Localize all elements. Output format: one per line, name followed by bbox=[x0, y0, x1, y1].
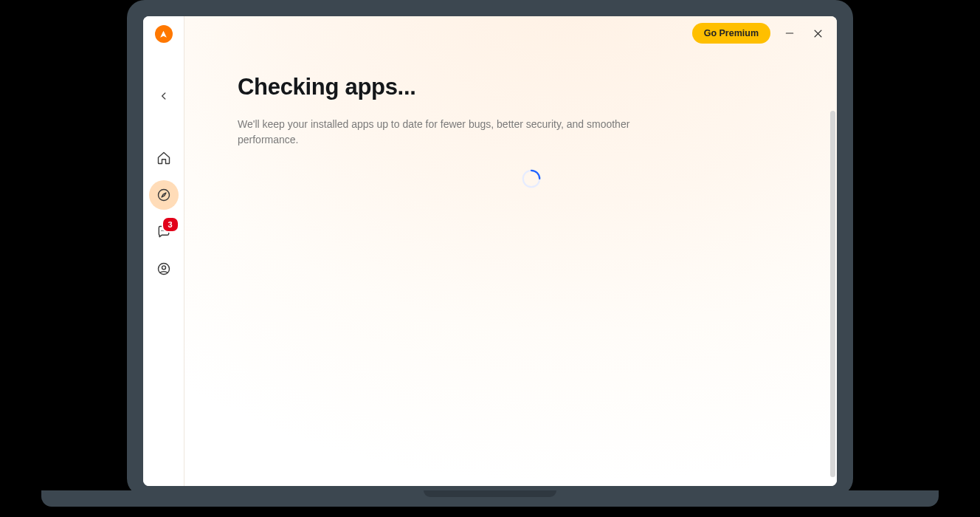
loading-spinner bbox=[521, 168, 542, 189]
app-logo[interactable] bbox=[155, 25, 173, 43]
laptop-frame: 3 Go Premium bbox=[127, 0, 853, 496]
sidebar-item-scan[interactable] bbox=[149, 180, 179, 210]
chevron-left-icon bbox=[159, 91, 169, 101]
sidebar: 3 bbox=[143, 16, 184, 486]
svg-point-0 bbox=[158, 190, 169, 201]
scrollbar[interactable] bbox=[830, 111, 835, 477]
svg-point-1 bbox=[161, 230, 162, 232]
page-title: Checking apps... bbox=[238, 74, 807, 100]
home-icon bbox=[156, 151, 171, 165]
go-premium-button[interactable]: Go Premium bbox=[692, 23, 770, 44]
titlebar: Go Premium bbox=[184, 16, 837, 50]
logo-icon bbox=[159, 30, 168, 39]
page-body: Checking apps... We'll keep your install… bbox=[238, 74, 807, 148]
spinner-icon bbox=[521, 168, 542, 189]
sidebar-item-home[interactable] bbox=[149, 143, 179, 173]
laptop-base bbox=[41, 490, 939, 507]
close-icon bbox=[812, 28, 824, 39]
sidebar-item-account[interactable] bbox=[149, 254, 179, 284]
svg-point-5 bbox=[162, 266, 165, 270]
compass-icon bbox=[156, 188, 171, 202]
page-subtitle: We'll keep your installed apps up to dat… bbox=[238, 117, 651, 148]
minimize-button[interactable] bbox=[781, 24, 798, 42]
minimize-icon bbox=[784, 28, 795, 38]
back-button[interactable] bbox=[153, 86, 174, 106]
sidebar-item-notifications[interactable]: 3 bbox=[149, 217, 179, 247]
user-icon bbox=[156, 261, 171, 276]
close-button[interactable] bbox=[809, 24, 827, 42]
main-content: Go Premium Checking apps... bbox=[184, 16, 837, 486]
app-window: 3 Go Premium bbox=[143, 16, 837, 486]
notification-badge: 3 bbox=[162, 216, 179, 233]
